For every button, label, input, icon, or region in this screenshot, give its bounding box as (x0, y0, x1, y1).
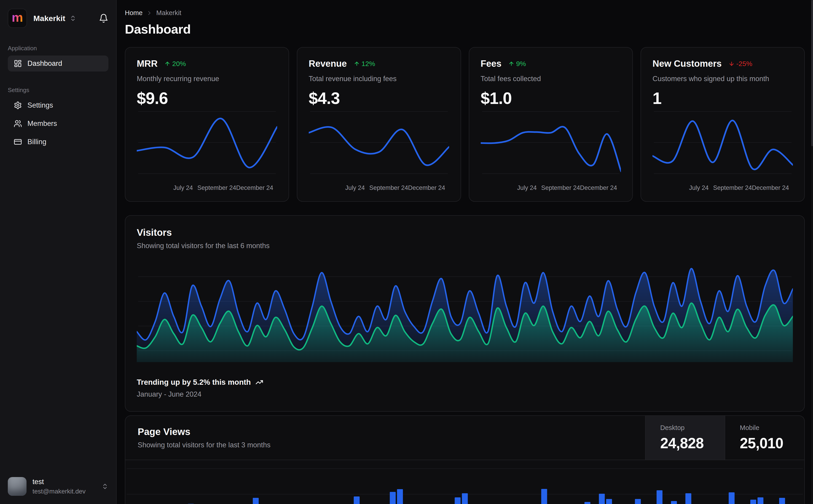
stat-value: 1 (653, 89, 793, 108)
gear-icon (14, 101, 22, 109)
page-views-title: Page Views (138, 426, 633, 437)
sidebar-item-billing[interactable]: Billing (8, 134, 108, 150)
workspace-selector[interactable]: m Makerkit (8, 9, 108, 28)
user-avatar (8, 477, 27, 496)
breadcrumb-current: Makerkit (156, 9, 181, 17)
visitors-subtitle: Showing total visitors for the last 6 mo… (137, 242, 793, 250)
visitors-date-range: January - June 2024 (137, 390, 793, 398)
stat-description: Total fees collected (481, 75, 621, 83)
trend-value: -25% (736, 60, 752, 68)
users-icon (14, 119, 22, 128)
trend-badge: 12% (354, 60, 375, 68)
tab-desktop[interactable]: Desktop 24,828 (645, 416, 725, 460)
trend-badge: -25% (729, 60, 752, 68)
arrow-up-icon (354, 61, 360, 67)
trending-up-icon (256, 378, 263, 386)
user-name: test (32, 478, 85, 486)
sidebar-item-label: Billing (27, 138, 46, 146)
x-axis-labels: July 24 September 24 December 24 (137, 182, 277, 195)
scrollbar[interactable] (811, 0, 813, 504)
sparkline-chart (653, 108, 793, 178)
sidebar-item-members[interactable]: Members (8, 116, 108, 132)
tab-mobile[interactable]: Mobile 25,010 (725, 416, 804, 460)
stat-value: $1.0 (481, 89, 621, 108)
dashboard-icon (14, 59, 22, 68)
x-axis-labels: July 24 September 24 December 24 (481, 182, 621, 195)
stat-title: Fees (481, 58, 501, 69)
trend-value: 9% (516, 60, 526, 68)
stat-card-mrr: MRR 20% Monthly recurring revenue $9.6 J… (125, 47, 289, 202)
x-axis-labels: July 24 September 24 December 24 (309, 182, 449, 195)
chevrons-up-down-icon (69, 15, 76, 22)
stat-value: $9.6 (137, 89, 277, 108)
page-views-card: Page Views Showing total visitors for th… (125, 415, 805, 504)
visitors-card: Visitors Showing total visitors for the … (125, 215, 805, 412)
sidebar-item-label: Dashboard (27, 59, 62, 68)
arrow-down-icon (729, 61, 735, 67)
stat-description: Monthly recurring revenue (137, 75, 277, 83)
trend-badge: 20% (164, 60, 186, 68)
stat-title: Revenue (309, 58, 347, 69)
sidebar: m Makerkit Application Dashboard Setting… (0, 0, 117, 504)
stat-value: $4.3 (309, 89, 449, 108)
stat-title: MRR (137, 58, 157, 69)
stat-card-revenue: Revenue 12% Total revenue including fees… (297, 47, 461, 202)
arrow-up-icon (164, 61, 170, 67)
visitors-area-chart (137, 258, 793, 366)
user-email: test@makerkit.dev (32, 488, 85, 495)
sidebar-item-settings[interactable]: Settings (8, 97, 108, 113)
stat-card-new-customers: New Customers -25% Customers who signed … (641, 47, 805, 202)
tab-label: Desktop (660, 424, 725, 432)
credit-card-icon (14, 138, 22, 146)
tab-value: 25,010 (740, 435, 804, 452)
arrow-up-icon (508, 61, 514, 67)
stat-description: Total revenue including fees (309, 75, 449, 83)
sparkline-chart (481, 108, 621, 178)
sidebar-item-label: Settings (27, 101, 53, 109)
page-views-bar-chart (125, 460, 804, 504)
page-views-subtitle: Showing total visitors for the last 3 mo… (138, 441, 633, 449)
tab-value: 24,828 (660, 435, 725, 452)
sparkline-chart (137, 108, 277, 178)
trend-badge: 9% (508, 60, 526, 68)
page-title: Dashboard (125, 22, 805, 37)
sidebar-item-label: Members (27, 119, 57, 128)
visitors-footer: Trending up by 5.2% this month January -… (137, 378, 793, 398)
tab-label: Mobile (740, 424, 804, 432)
scrollbar-thumb[interactable] (811, 0, 813, 146)
chevrons-up-down-icon (101, 483, 108, 490)
x-axis-labels: July 24 September 24 December 24 (653, 182, 793, 195)
stat-cards-row: MRR 20% Monthly recurring revenue $9.6 J… (125, 47, 805, 201)
sparkline-chart (309, 108, 449, 178)
section-label-settings: Settings (8, 87, 108, 94)
trend-value: 12% (362, 60, 375, 68)
workspace-name: Makerkit (33, 14, 65, 23)
breadcrumb-home[interactable]: Home (125, 9, 142, 17)
stat-card-fees: Fees 9% Total fees collected $1.0 July 2… (469, 47, 633, 202)
user-menu[interactable]: test test@makerkit.dev (8, 477, 108, 496)
makerkit-logo: m (8, 9, 27, 28)
main-content: Home Makerkit Dashboard MRR 20% Monthly … (117, 0, 813, 504)
breadcrumb: Home Makerkit (125, 9, 805, 17)
visitors-title: Visitors (137, 227, 793, 238)
page-views-tabs: Desktop 24,828 Mobile 25,010 (645, 416, 804, 460)
stat-title: New Customers (653, 58, 722, 69)
chevron-right-icon (146, 10, 152, 16)
section-label-application: Application (8, 45, 108, 52)
notifications-bell-icon[interactable] (99, 13, 108, 23)
sidebar-item-dashboard[interactable]: Dashboard (8, 56, 108, 72)
visitors-trend-text: Trending up by 5.2% this month (137, 378, 251, 387)
trend-value: 20% (172, 60, 186, 68)
stat-description: Customers who signed up this month (653, 75, 793, 83)
